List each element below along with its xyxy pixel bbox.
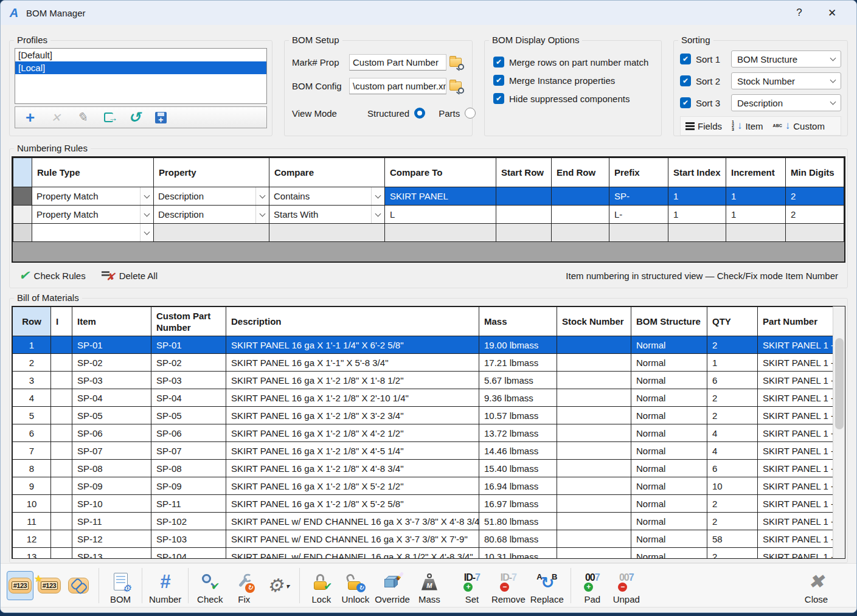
rule-row-selector[interactable]	[13, 187, 32, 206]
bom-cell-row[interactable]: 10	[13, 495, 51, 513]
bom-cell-part-number[interactable]: SKIRT PANEL 1 -…	[758, 513, 834, 530]
rule-cell-rule-type[interactable]	[32, 224, 154, 242]
bom-cell-mass[interactable]: 15.40 lbmass	[479, 460, 557, 477]
column-header-stock-number[interactable]: Stock Number	[557, 307, 631, 336]
bom-cell-item[interactable]: SP-13	[72, 548, 151, 559]
bom-cell-description[interactable]: SKIRT PANEL 16 ga X 1'-2 1/8" X 5'-2 5/8…	[226, 495, 479, 513]
bom-cell-row[interactable]: 13	[13, 548, 51, 559]
bom-cell-row[interactable]: 1	[13, 336, 51, 354]
bom-cell-item[interactable]: SP-10	[72, 495, 151, 513]
column-header-custom-part-number[interactable]: Custom Part Number	[151, 307, 226, 336]
lock-button[interactable]: Lock	[304, 567, 338, 604]
bom-table-row[interactable]: 1SP-01SP-01SKIRT PANEL 16 ga X 1'-1 1/4"…	[13, 336, 834, 354]
bom-cell-stock-number[interactable]	[557, 530, 631, 548]
bom-table-row[interactable]: 7SP-07SP-07SKIRT PANEL 16 ga X 1'-2 1/8"…	[13, 442, 834, 460]
bom-cell-custom-part-number[interactable]: SP-07	[151, 442, 226, 460]
rule-cell-increment[interactable]: 1	[726, 187, 786, 206]
dropdown-cell[interactable]: Property Match	[32, 206, 153, 223]
close-button[interactable]: Close	[799, 567, 833, 604]
replace-button[interactable]: ABReplace	[528, 567, 566, 604]
list-item-profile-default[interactable]: [Default]	[15, 49, 266, 61]
sort2-select[interactable]: Stock Number	[731, 72, 841, 89]
column-header-qty[interactable]: QTY	[707, 307, 758, 336]
bom-cell-i[interactable]	[51, 354, 72, 372]
parts-radio[interactable]	[465, 108, 476, 119]
bom-cell-i[interactable]	[51, 460, 72, 477]
bom-cell-i[interactable]	[51, 477, 72, 495]
bom-cell-row[interactable]: 7	[13, 442, 51, 460]
column-header-compare[interactable]: Compare	[269, 158, 385, 187]
bom-cell-bom-structure[interactable]: Normal	[631, 548, 707, 559]
bom-cell-mass[interactable]: 14.46 lbmass	[479, 442, 557, 460]
bom-cell-custom-part-number[interactable]: SP-02	[151, 354, 226, 372]
check-button[interactable]: Check	[193, 567, 227, 604]
rule-cell-end-row[interactable]	[552, 206, 609, 224]
bom-cell-custom-part-number[interactable]: SP-11	[151, 495, 226, 513]
column-header-description[interactable]: Description	[226, 307, 479, 336]
chevron-down-icon[interactable]	[371, 187, 384, 205]
tag-star-number-toggle[interactable]: ★#123	[36, 571, 63, 600]
rule-cell-compare[interactable]: Contains	[269, 187, 385, 206]
column-header-part-number[interactable]: Part Number	[758, 307, 834, 336]
edit-profile-button[interactable]	[75, 110, 89, 125]
tag-number-toggle[interactable]: #123	[7, 571, 33, 600]
rule-cell-rule-type[interactable]: Property Match	[32, 206, 154, 224]
bom-cell-custom-part-number[interactable]: SP-104	[151, 548, 226, 559]
sort-custom-button[interactable]: ABCCustom	[773, 120, 825, 132]
rule-cell-prefix[interactable]	[609, 224, 668, 242]
mark-prop-browse-button[interactable]	[448, 55, 465, 70]
bom-cell-description[interactable]: SKIRT PANEL 16 ga X 1'-2 1/8" X 2'-10 1/…	[226, 389, 479, 407]
bom-config-browse-button[interactable]	[448, 79, 465, 94]
numbering-rule-row[interactable]: Property MatchDescriptionStarts WithLL-1…	[13, 206, 844, 224]
column-header-row[interactable]: Row	[13, 307, 51, 336]
bom-cell-custom-part-number[interactable]: SP-04	[151, 389, 226, 407]
bom-cell-part-number[interactable]: SKIRT PANEL 1 -…	[758, 407, 834, 424]
bom-cell-stock-number[interactable]	[557, 548, 631, 559]
rule-cell-property[interactable]: Description	[154, 187, 269, 206]
column-header-bom-structure[interactable]: BOM Structure	[631, 307, 707, 336]
rule-cell-prefix[interactable]: L-	[609, 206, 668, 224]
dropdown-cell[interactable]: Property Match	[32, 187, 153, 205]
bom-cell-stock-number[interactable]	[557, 460, 631, 477]
bom-cell-description[interactable]: SKIRT PANEL w/ END CHANNEL 16 ga X 8 1/2…	[226, 548, 479, 559]
bom-cell-i[interactable]	[51, 407, 72, 424]
bom-table-row[interactable]: 13SP-13SP-104SKIRT PANEL w/ END CHANNEL …	[13, 548, 834, 559]
rule-cell-start-row[interactable]	[496, 224, 552, 242]
bom-cell-stock-number[interactable]	[557, 372, 631, 389]
bom-cell-mass[interactable]: 17.21 lbmass	[479, 354, 557, 372]
bom-cell-item[interactable]: SP-02	[72, 354, 151, 372]
rule-cell-compare[interactable]: Starts With	[269, 206, 385, 224]
bom-cell-description[interactable]: SKIRT PANEL 16 ga X 1'-1 1/4" X 6'-2 5/8…	[226, 336, 479, 354]
bom-table-row[interactable]: 6SP-06SP-06SKIRT PANEL 16 ga X 1'-2 1/8"…	[13, 424, 834, 442]
bom-cell-row[interactable]: 11	[13, 513, 51, 530]
set-id-button[interactable]: ID-7+Set	[455, 567, 489, 604]
bom-cell-mass[interactable]: 9.36 lbmass	[479, 389, 557, 407]
override-button[interactable]: Override	[372, 567, 412, 604]
column-header-end-row[interactable]: End Row	[552, 158, 609, 187]
rule-cell-increment[interactable]	[726, 224, 786, 242]
bom-cell-i[interactable]	[51, 442, 72, 460]
chevron-down-icon[interactable]	[371, 206, 384, 223]
rule-cell-property[interactable]: Description	[154, 206, 269, 224]
add-profile-button[interactable]	[23, 110, 37, 125]
rule-cell-min-digits[interactable]	[786, 224, 844, 242]
bom-cell-part-number[interactable]: SKIRT PANEL 1 -…	[758, 442, 834, 460]
bom-cell-qty[interactable]: 2	[707, 548, 758, 559]
bom-cell-i[interactable]	[51, 336, 72, 354]
bom-cell-stock-number[interactable]	[557, 424, 631, 442]
bom-cell-bom-structure[interactable]: Normal	[631, 442, 707, 460]
bom-table-row[interactable]: 9SP-09SP-09SKIRT PANEL 16 ga X 1'-2 1/8"…	[13, 477, 834, 495]
list-item-profile-local[interactable]: [Local]	[15, 61, 266, 74]
numbering-rule-row[interactable]: Property MatchDescriptionContainsSKIRT P…	[13, 187, 844, 206]
delete-all-button[interactable]: Delete All	[102, 269, 158, 282]
bom-cell-bom-structure[interactable]: Normal	[631, 477, 707, 495]
scrollbar-thumb[interactable]	[835, 338, 844, 429]
dropdown-cell[interactable]: Description	[154, 206, 269, 223]
bom-cell-i[interactable]	[51, 424, 72, 442]
bom-cell-mass[interactable]: 80.68 lbmass	[479, 530, 557, 548]
rule-cell-end-row[interactable]	[552, 224, 609, 242]
hide-suppressed-checkbox[interactable]	[493, 93, 504, 104]
column-header-start-row[interactable]: Start Row	[496, 158, 552, 187]
rule-cell-compare-to[interactable]: L	[385, 206, 496, 224]
number-button[interactable]: Number	[147, 567, 184, 604]
